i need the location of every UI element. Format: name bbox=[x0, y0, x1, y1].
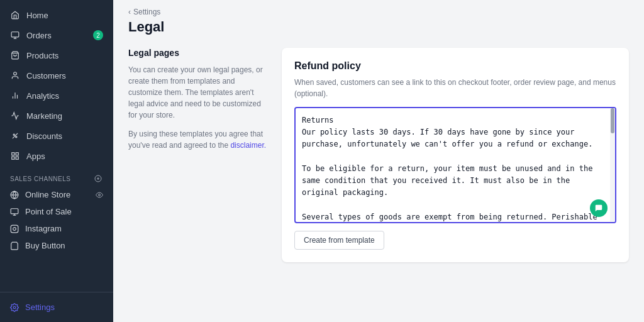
left-panel-paragraph1: You can create your own legal pages, or … bbox=[128, 64, 267, 121]
settings-label: Settings bbox=[25, 303, 55, 312]
scrollbar-thumb[interactable] bbox=[611, 108, 614, 133]
svg-point-4 bbox=[14, 72, 17, 75]
scrollbar-track bbox=[610, 108, 615, 222]
sidebar: Home Orders 2 Products Customers bbox=[0, 0, 113, 322]
buy-button-icon bbox=[10, 242, 19, 250]
sidebar-item-online-store[interactable]: Online Store bbox=[0, 186, 113, 203]
svg-point-9 bbox=[16, 136, 17, 138]
left-panel-heading: Legal pages bbox=[128, 48, 267, 58]
policy-textarea-wrapper: Returns Our policy lasts 30 days. If 30 … bbox=[294, 107, 616, 223]
sidebar-item-customers-label: Customers bbox=[26, 71, 66, 80]
sales-channels-section: SALES CHANNELS bbox=[0, 166, 113, 186]
svg-rect-21 bbox=[11, 208, 18, 213]
sidebar-item-instagram[interactable]: Instagram bbox=[0, 220, 113, 237]
add-sales-channel-icon[interactable] bbox=[93, 174, 103, 184]
breadcrumb-parent[interactable]: Settings bbox=[133, 8, 160, 16]
marketing-icon bbox=[10, 111, 20, 121]
svg-point-20 bbox=[99, 194, 101, 196]
sidebar-item-buy-button[interactable]: Buy Button bbox=[0, 237, 113, 254]
sidebar-item-discounts-label: Discounts bbox=[26, 131, 62, 141]
sidebar-item-customers[interactable]: Customers bbox=[0, 65, 113, 86]
sidebar-item-products[interactable]: Products bbox=[0, 45, 113, 65]
policy-desc: When saved, customers can see a link to … bbox=[294, 77, 616, 99]
point-of-sale-icon bbox=[10, 208, 19, 216]
chat-support-icon[interactable] bbox=[590, 199, 608, 217]
content-layout: Legal pages You can create your own lega… bbox=[113, 48, 644, 277]
svg-point-8 bbox=[13, 134, 14, 135]
svg-point-26 bbox=[13, 306, 16, 309]
top-bar: ‹ Settings Legal bbox=[113, 0, 644, 35]
sidebar-item-apps[interactable]: Apps bbox=[0, 146, 113, 166]
sidebar-item-orders[interactable]: Orders 2 bbox=[0, 25, 113, 45]
sidebar-item-products-label: Products bbox=[26, 51, 58, 60]
svg-rect-11 bbox=[12, 153, 14, 155]
instagram-icon bbox=[10, 225, 19, 233]
policy-textarea[interactable]: Returns Our policy lasts 30 days. If 30 … bbox=[296, 108, 615, 222]
page-title: Legal bbox=[128, 19, 629, 35]
breadcrumb: ‹ Settings bbox=[128, 8, 629, 16]
sidebar-bottom: Settings bbox=[0, 292, 113, 317]
sidebar-item-discounts[interactable]: Discounts bbox=[0, 126, 113, 146]
sidebar-item-apps-label: Apps bbox=[26, 152, 45, 161]
svg-rect-13 bbox=[16, 157, 18, 159]
discounts-icon bbox=[10, 131, 20, 141]
sidebar-item-home[interactable]: Home bbox=[0, 5, 113, 25]
breadcrumb-chevron-icon: ‹ bbox=[128, 8, 131, 16]
sidebar-item-home-label: Home bbox=[26, 11, 48, 20]
orders-badge: 2 bbox=[93, 30, 103, 40]
sidebar-item-point-of-sale[interactable]: Point of Sale bbox=[0, 203, 113, 220]
sidebar-item-orders-label: Orders bbox=[26, 31, 52, 40]
policy-title: Refund policy bbox=[294, 60, 616, 72]
analytics-icon bbox=[10, 91, 20, 101]
online-store-eye-icon[interactable] bbox=[96, 191, 103, 199]
create-from-template-button[interactable]: Create from template bbox=[294, 231, 384, 250]
left-panel: Legal pages You can create your own lega… bbox=[128, 48, 267, 262]
svg-rect-24 bbox=[11, 225, 18, 233]
products-icon bbox=[10, 50, 20, 60]
sidebar-item-marketing[interactable]: Marketing bbox=[0, 106, 113, 126]
sidebar-item-analytics[interactable]: Analytics bbox=[0, 86, 113, 106]
svg-rect-0 bbox=[11, 32, 19, 37]
svg-rect-12 bbox=[16, 153, 18, 155]
disclaimer-link[interactable]: disclaimer. bbox=[230, 141, 266, 150]
left-panel-paragraph2: By using these templates you agree that … bbox=[128, 128, 267, 151]
settings-icon bbox=[10, 303, 19, 312]
online-store-icon bbox=[10, 191, 19, 199]
sidebar-settings-item[interactable]: Settings bbox=[0, 297, 113, 317]
svg-rect-14 bbox=[12, 157, 14, 159]
customers-icon bbox=[10, 70, 20, 80]
sidebar-item-marketing-label: Marketing bbox=[26, 111, 62, 121]
orders-icon bbox=[10, 30, 20, 40]
home-icon bbox=[10, 10, 20, 20]
main-content: ‹ Settings Legal Legal pages You can cre… bbox=[113, 0, 644, 322]
right-panel: Refund policy When saved, customers can … bbox=[282, 48, 629, 262]
sidebar-item-analytics-label: Analytics bbox=[26, 91, 59, 101]
apps-icon bbox=[10, 151, 20, 161]
